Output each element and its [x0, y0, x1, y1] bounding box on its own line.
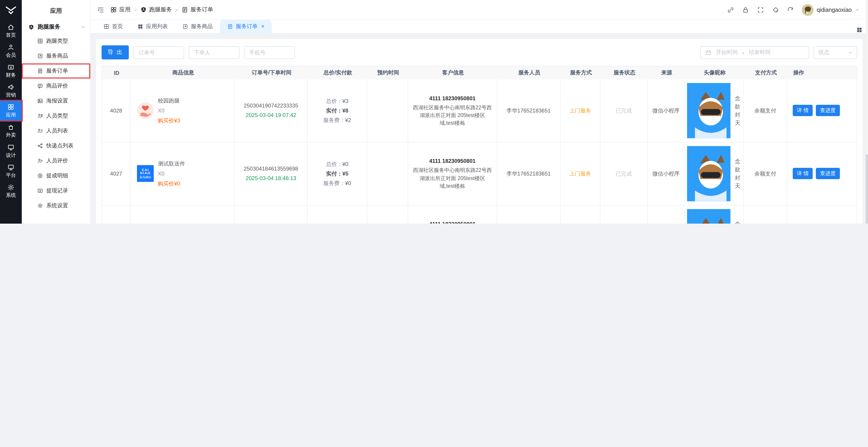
sidebar-item-personreview[interactable]: 人员评价 — [22, 153, 90, 168]
service-mode: 上门服务 — [560, 205, 600, 224]
fullscreen-icon[interactable] — [757, 6, 764, 13]
app-sidebar: 应用 跑腿服务 跑腿类型服务商品服务订单商品评价海报设置人员类型人员列表快递点列… — [22, 0, 91, 224]
close-tab-icon[interactable]: × — [261, 23, 265, 29]
apps-icon — [7, 103, 14, 111]
tags-icon[interactable] — [772, 6, 779, 13]
reserve-time-cell — [367, 142, 408, 205]
sidebar-item-persontype[interactable]: 人员类型 — [22, 109, 90, 123]
sidebar-item-withdraw[interactable]: 提现记录 — [22, 183, 90, 198]
table-row: 4028 校园跑腿 X0 购买价¥3 250304190742233335 20… — [101, 79, 857, 142]
price-cell: 总价：¥3 实付：¥8 服务费：¥2 — [308, 205, 367, 224]
rail-item-takeout[interactable]: 外卖 — [0, 121, 22, 141]
tab-应用列表[interactable]: 应用列表 — [130, 20, 175, 33]
avatar-nickname-cell: 念欲封天 — [685, 142, 744, 205]
sidebar-item-personlist[interactable]: 人员列表 — [22, 123, 90, 138]
service-status: 已完成 — [600, 79, 648, 142]
brand-logo[interactable] — [0, 0, 22, 21]
product-logo — [137, 102, 154, 119]
link-icon[interactable] — [727, 6, 734, 13]
poster-icon — [37, 98, 43, 104]
sidebar-item-order[interactable]: 服务订单 — [22, 63, 90, 79]
breadcrumb-item[interactable]: 应用 — [110, 6, 131, 13]
chevron-up-icon — [81, 25, 86, 29]
column-header: ID — [102, 70, 131, 76]
takeout-icon — [7, 124, 14, 131]
column-header: 服务方式 — [561, 69, 601, 77]
product-cell: 校园跑腿 X0 购买价¥3 — [131, 205, 235, 224]
rail-item-user[interactable]: 会员 — [0, 41, 22, 61]
actions-cell: 详 情查进度 — [787, 79, 857, 142]
breadcrumb-item[interactable]: 服务订单 — [181, 6, 213, 13]
action-detail-button[interactable]: 详 情 — [793, 168, 813, 179]
action-progress-button[interactable]: 查进度 — [816, 168, 840, 179]
withdraw-icon — [37, 188, 43, 194]
commission-icon — [37, 173, 43, 179]
sidebar-item-grid[interactable]: 跑腿类型 — [22, 34, 90, 49]
order-time: 2025-03-04 19:07:42 — [246, 111, 297, 120]
goods-icon — [37, 53, 43, 59]
product-cell: 校园跑腿 X0 购买价¥3 — [131, 79, 235, 142]
order-id-cell: 4028 — [101, 79, 131, 142]
user-icon — [7, 43, 14, 51]
rail-item-platform[interactable]: 平台 — [0, 161, 22, 181]
reserve-time-cell — [367, 205, 408, 224]
breadcrumb-item[interactable]: 跑腿服务 — [140, 6, 172, 13]
export-button[interactable]: 导 出 — [101, 46, 129, 59]
action-progress-button[interactable]: 查进度 — [816, 105, 840, 116]
sidebar-title: 应用 — [22, 0, 90, 21]
sidebar-item-comment[interactable]: 商品评价 — [22, 79, 90, 93]
collapse-menu-icon[interactable] — [97, 6, 104, 13]
rail-item-gear[interactable]: 系统 — [0, 181, 22, 201]
order-icon — [37, 68, 43, 74]
tab-首页[interactable]: 首页 — [96, 20, 130, 33]
buy-price: 购买价¥3 — [158, 117, 180, 125]
phone-input[interactable] — [244, 46, 295, 59]
service-status: 已完成 — [600, 142, 648, 205]
sidebar-item-gear[interactable]: 系统设置 — [22, 198, 90, 213]
status-select[interactable]: 状态 — [813, 46, 857, 59]
rail-item-apps[interactable]: 应用 — [0, 101, 22, 121]
chevron-down-icon — [847, 50, 853, 55]
username: qidiangaoxiao — [817, 7, 852, 13]
sidebar-group-paotui[interactable]: 跑腿服务 — [22, 21, 90, 34]
buyer-input[interactable] — [189, 46, 240, 59]
sidebar-item-goods[interactable]: 服务商品 — [22, 49, 90, 63]
lock-icon[interactable] — [742, 6, 749, 13]
staff-cell: 李华17652183651 — [497, 142, 560, 205]
source-cell: 微信小程序 — [648, 205, 685, 224]
content-card: 导 出 开始时间 - 结束时间 状态 ID商品信息订单号/下单时间总价/实付款预… — [96, 39, 863, 224]
date-range-picker[interactable]: 开始时间 - 结束时间 — [700, 46, 809, 59]
grid-icon — [103, 23, 109, 29]
avatar-image — [687, 209, 731, 224]
refresh-icon[interactable] — [787, 6, 794, 13]
tab-服务订单[interactable]: 服务订单× — [220, 20, 272, 33]
order-no-input[interactable] — [133, 46, 184, 59]
payment-cell: 余额支付 — [744, 205, 787, 224]
rail-item-marketing[interactable]: 营销 — [0, 81, 22, 101]
actions-cell: 详 情查进度 — [787, 205, 857, 224]
order-icon — [227, 23, 233, 29]
shield-icon — [28, 24, 34, 30]
rail-item-home[interactable]: 首页 — [0, 21, 22, 41]
chevron-down-icon — [855, 7, 860, 12]
orders-table: ID商品信息订单号/下单时间总价/实付款预约时间客户信息服务人员服务方式服务状态… — [101, 66, 857, 224]
order-id-cell: 4026 — [101, 205, 131, 224]
rail-item-design[interactable]: 设计 — [0, 141, 22, 161]
layout-grid-icon[interactable] — [856, 27, 863, 33]
gear-icon — [7, 184, 14, 191]
user-menu[interactable]: qidiangaoxiao — [802, 4, 860, 16]
avatar — [687, 83, 731, 138]
column-header: 客户信息 — [409, 69, 497, 77]
user-avatar — [802, 4, 813, 16]
sidebar-item-poster[interactable]: 海报设置 — [22, 93, 90, 109]
vertical-scrollbar[interactable] — [866, 0, 868, 224]
action-detail-button[interactable]: 详 情 — [793, 105, 813, 116]
rail-item-finance[interactable]: 财务 — [0, 61, 22, 81]
sidebar-item-station[interactable]: 快递点列表 — [22, 138, 90, 153]
column-header: 头像昵称 — [685, 69, 744, 77]
personlist-icon — [37, 128, 43, 134]
tab-服务商品[interactable]: 服务商品 — [175, 20, 220, 33]
table-header: ID商品信息订单号/下单时间总价/实付款预约时间客户信息服务人员服务方式服务状态… — [101, 66, 857, 79]
sidebar-item-commission[interactable]: 提成明细 — [22, 168, 90, 183]
product-logo: CAIN!AO菜鸟驿站 — [137, 165, 154, 182]
